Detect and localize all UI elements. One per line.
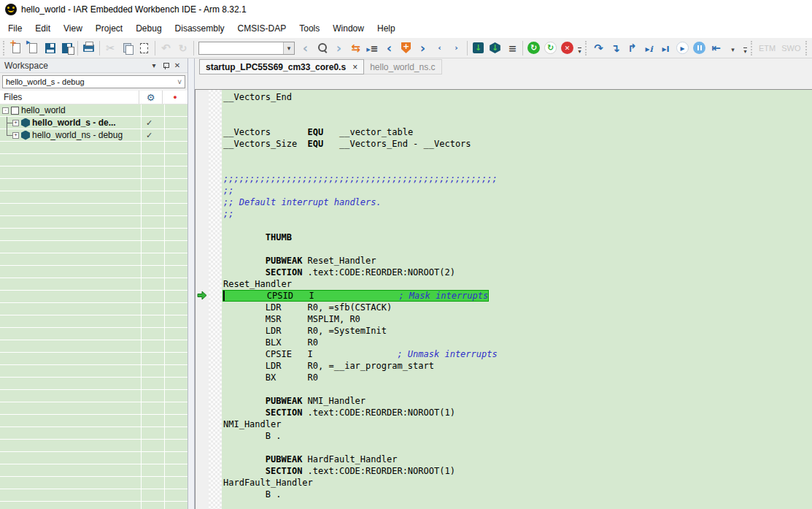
new-file-button[interactable]: [8, 39, 25, 57]
menu-item-project[interactable]: Project: [89, 20, 129, 37]
menu-item-edit[interactable]: Edit: [28, 20, 57, 37]
next-bookmark-button[interactable]: [414, 39, 431, 57]
workspace-menu-icon[interactable]: ▾: [148, 61, 160, 69]
download-square-icon: [473, 42, 484, 53]
execution-gutter[interactable]: [196, 90, 209, 509]
code-line: [223, 115, 812, 126]
break-button[interactable]: [691, 39, 708, 57]
tree-connector: [2, 117, 12, 129]
menu-item-debug[interactable]: Debug: [129, 20, 168, 37]
reset-white-icon: [544, 42, 557, 54]
stop-build-button[interactable]: [559, 39, 576, 57]
print-button[interactable]: [80, 39, 97, 57]
quick-search-combo[interactable]: [198, 42, 295, 55]
menu-item-disassembly[interactable]: Disassembly: [169, 20, 231, 37]
undo-button: [158, 39, 174, 57]
nav-forward-button[interactable]: [330, 39, 347, 57]
project-node-icon: [21, 118, 30, 128]
next-doc-button[interactable]: [448, 39, 465, 57]
tree-row[interactable]: +hello_world_s - de...✓: [0, 117, 187, 129]
save-all-button[interactable]: [58, 39, 75, 57]
files-column-header: Files ⚙: [0, 91, 187, 104]
toggle-bookmark-button[interactable]: [398, 39, 414, 57]
toolbar-separator: [467, 41, 468, 56]
next-statement-button[interactable]: [641, 39, 657, 57]
breakpoint-margin[interactable]: [209, 90, 222, 509]
code-line: BLX R0: [223, 337, 812, 348]
reload-button[interactable]: [542, 39, 559, 57]
tree-empty-row: [0, 291, 187, 303]
expander-icon[interactable]: +: [12, 120, 19, 126]
toolbar-overflow-button[interactable]: [741, 41, 749, 56]
download-debug-button[interactable]: [487, 39, 503, 57]
step-out-button[interactable]: [624, 39, 641, 57]
paste-icon: [140, 43, 148, 53]
nav-back-button[interactable]: [297, 39, 314, 57]
menu-item-window[interactable]: Window: [326, 20, 371, 37]
tree-empty-row: [0, 179, 187, 191]
prev-bookmark-button[interactable]: [381, 39, 398, 57]
download-button[interactable]: [470, 39, 487, 57]
save-button[interactable]: [42, 39, 58, 57]
prev-doc-button[interactable]: [431, 39, 448, 57]
new-file-icon: [12, 43, 20, 53]
stop-debugging-button[interactable]: [708, 39, 724, 57]
tree-empty-row: [0, 390, 187, 402]
etm-button-label: ETM: [756, 44, 778, 53]
open-file-button[interactable]: [25, 39, 42, 57]
goto-list-button[interactable]: [364, 39, 381, 57]
tab-hello-world-ns-c[interactable]: hello_world_ns.c: [364, 59, 441, 74]
chev-right-gray-icon: [336, 40, 341, 56]
go-button[interactable]: [674, 39, 691, 57]
menu-item-cmsis-dap[interactable]: CMSIS-DAP: [231, 20, 293, 37]
code-line: [223, 220, 812, 231]
tree-empty-row: [0, 266, 187, 278]
step-into-button[interactable]: [607, 39, 624, 57]
toolbar-drag-handle: [3, 41, 6, 56]
menu-item-help[interactable]: Help: [371, 20, 402, 37]
panel-splitter[interactable]: [188, 58, 195, 509]
menu-item-file[interactable]: File: [1, 20, 28, 37]
code-line: HardFault_Handler: [223, 477, 812, 489]
workspace-file-icon: [11, 107, 19, 115]
navigate-swap-button[interactable]: [347, 39, 364, 57]
stop-debug-icon: [711, 42, 721, 55]
tree-row[interactable]: -hello_world: [0, 104, 187, 117]
search-button[interactable]: [314, 39, 330, 57]
code-line: LDR R0, =sfb(CSTACK): [223, 302, 812, 313]
tree-item-label: hello_world_ns - debug: [32, 130, 123, 140]
code-editor[interactable]: __Vectors_End__Vectors EQU __vector_tabl…: [222, 90, 812, 509]
run-to-cursor-button[interactable]: [657, 39, 674, 57]
expander-icon[interactable]: -: [2, 107, 9, 114]
tree-empty-row: [0, 402, 187, 415]
tree-empty-row: [0, 365, 187, 378]
toolbar-overflow-button[interactable]: [576, 41, 584, 56]
code-line: ;;: [223, 185, 812, 196]
breakpoints-button[interactable]: [503, 39, 520, 57]
debug-dropdown-button[interactable]: [724, 39, 741, 57]
gear-icon[interactable]: ⚙: [139, 91, 162, 104]
pin-icon[interactable]: [160, 62, 171, 69]
toolbar: ETMSWO: [0, 38, 812, 58]
title-bar: hello_world - IAR Embedded Workbench IDE…: [0, 0, 812, 18]
tree-row[interactable]: +hello_world_ns - debug✓: [0, 129, 187, 142]
code-line: Reset_Handler: [223, 278, 812, 290]
code-line: BX R0: [223, 372, 812, 383]
workspace-panel-header: Workspace ▾ ✕: [0, 58, 187, 73]
app-logo-icon: [5, 4, 17, 15]
config-selector[interactable]: hello_world_s - debug: [2, 75, 185, 88]
reset-green-icon: [527, 42, 540, 54]
paste-button[interactable]: [136, 39, 152, 57]
reset-button[interactable]: [525, 39, 542, 57]
step-over-button[interactable]: [590, 39, 607, 57]
step-over-icon: [594, 42, 603, 55]
menu-item-view[interactable]: View: [57, 20, 89, 37]
tab-startup-lpc55s69-cm33-core0-s[interactable]: startup_LPC55S69_cm33_core0.s×: [199, 59, 364, 74]
copy-button[interactable]: [119, 39, 136, 57]
expander-icon[interactable]: +: [12, 132, 19, 139]
close-icon[interactable]: ✕: [171, 61, 183, 69]
tab-close-icon[interactable]: ×: [352, 62, 357, 72]
code-line: LDR R0, =SystemInit: [223, 325, 812, 337]
code-line: PUBWEAK HardFault_Handler: [223, 453, 812, 465]
menu-item-tools[interactable]: Tools: [293, 20, 326, 37]
